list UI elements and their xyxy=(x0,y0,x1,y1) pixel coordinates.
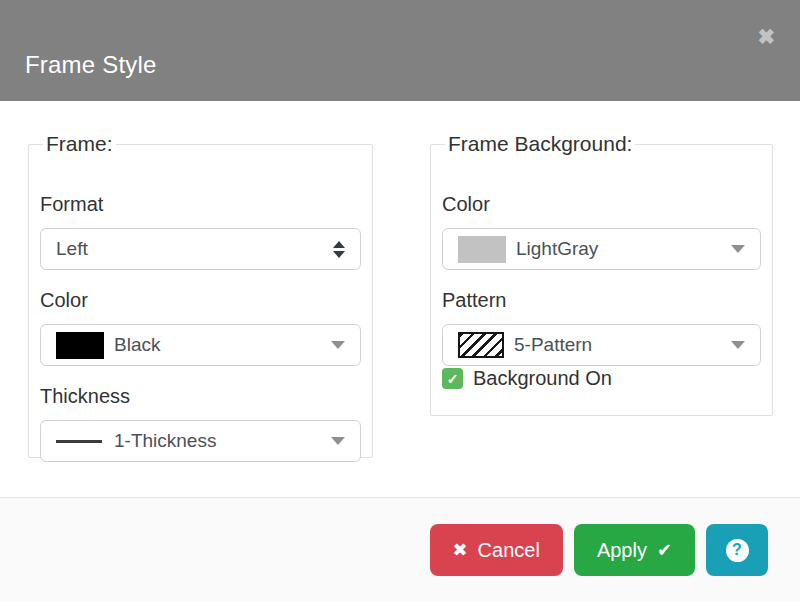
background-color-select[interactable]: LightGray xyxy=(442,228,761,270)
dialog-title: Frame Style xyxy=(25,51,157,79)
pattern-value: 5-Pattern xyxy=(514,334,592,356)
dialog-header: Frame Style ✖ xyxy=(0,0,800,101)
thickness-label: Thickness xyxy=(40,384,361,409)
up-down-arrows-icon xyxy=(333,241,345,258)
help-button[interactable]: ? xyxy=(706,524,768,576)
frame-color-select[interactable]: Black xyxy=(40,324,361,366)
x-icon: ✖ xyxy=(453,541,468,559)
background-on-label: Background On xyxy=(473,367,612,390)
chevron-down-icon xyxy=(731,245,745,253)
pattern-select[interactable]: 5-Pattern xyxy=(442,324,761,366)
frame-section: Frame: Format Left Color Black Thickness… xyxy=(28,132,373,458)
format-select[interactable]: Left xyxy=(40,228,361,270)
format-label: Format xyxy=(40,192,361,217)
black-color-swatch xyxy=(56,332,104,359)
chevron-down-icon xyxy=(331,341,345,349)
question-circle-icon: ? xyxy=(726,539,749,562)
background-on-row: ✓ Background On xyxy=(442,367,761,390)
frame-color-value: Black xyxy=(114,334,160,356)
pattern-label: Pattern xyxy=(442,288,761,313)
checkmark-icon: ✓ xyxy=(447,371,459,387)
cancel-button-label: Cancel xyxy=(478,539,540,562)
lightgray-color-swatch xyxy=(458,236,506,263)
apply-button-label: Apply xyxy=(597,539,647,562)
hatch-pattern-swatch xyxy=(458,332,504,358)
frame-color-label: Color xyxy=(40,288,361,313)
background-color-label: Color xyxy=(442,192,761,217)
frame-style-dialog: Frame Style ✖ Frame: Format Left Color B… xyxy=(0,0,800,602)
dialog-body: Frame: Format Left Color Black Thickness… xyxy=(0,101,800,497)
dialog-footer: ✖ Cancel Apply ✔ ? xyxy=(0,497,800,602)
chevron-down-icon xyxy=(731,341,745,349)
frame-section-legend: Frame: xyxy=(43,132,116,156)
background-on-checkbox[interactable]: ✓ xyxy=(442,368,463,389)
close-icon[interactable]: ✖ xyxy=(757,26,775,47)
chevron-down-icon xyxy=(331,437,345,445)
check-icon: ✔ xyxy=(657,541,672,559)
line-thickness-swatch xyxy=(56,440,102,443)
apply-button[interactable]: Apply ✔ xyxy=(574,524,695,576)
thickness-value: 1-Thickness xyxy=(114,430,216,452)
frame-background-legend: Frame Background: xyxy=(445,132,635,156)
background-color-value: LightGray xyxy=(516,238,598,260)
cancel-button[interactable]: ✖ Cancel xyxy=(430,524,563,576)
frame-background-section: Frame Background: Color LightGray Patter… xyxy=(430,132,773,416)
format-value: Left xyxy=(56,238,88,260)
thickness-select[interactable]: 1-Thickness xyxy=(40,420,361,462)
